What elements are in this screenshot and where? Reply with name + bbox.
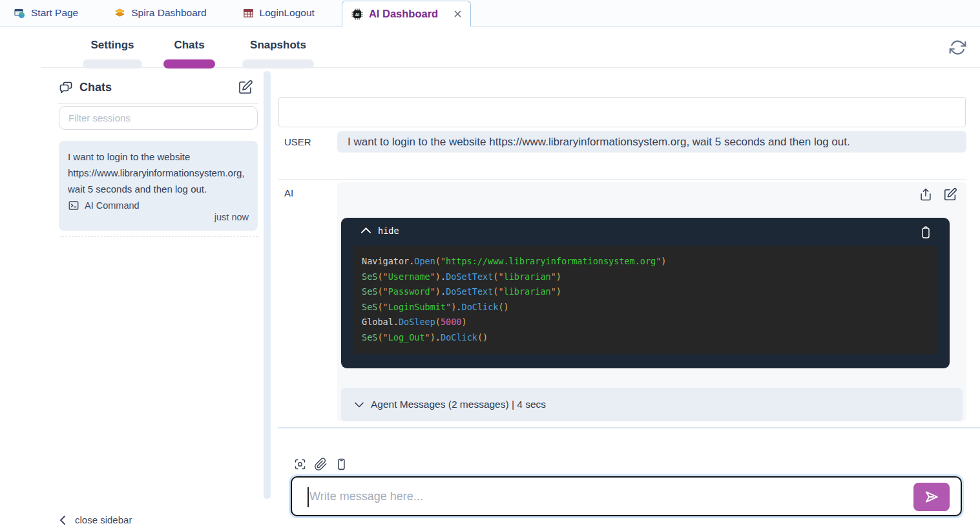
chats-sidebar: Chats I want to login to the website htt… <box>52 68 258 526</box>
ai-message-row: AI <box>278 182 966 421</box>
tab-loginlogout[interactable]: LoginLogout <box>234 0 324 26</box>
share-icon[interactable] <box>919 187 933 202</box>
code-lines: Navigator.Open("https://www.libraryinfor… <box>353 246 938 354</box>
start-page-icon <box>14 8 25 19</box>
nav-tab-label: Settings <box>90 39 134 51</box>
chevron-left-icon <box>58 515 67 525</box>
session-list-divider <box>59 237 258 237</box>
tab-label: Start Page <box>31 7 78 19</box>
tab-snapshots[interactable]: Snapshots <box>242 26 314 68</box>
edit-icon[interactable] <box>943 187 957 202</box>
session-type: AI Command <box>68 200 249 211</box>
chat-panel: USER I want to login to the website http… <box>278 68 966 430</box>
ai-message-bubble: hide Navigator.Open("https://www.library… <box>337 182 966 421</box>
close-sidebar-button[interactable]: close sidebar <box>58 514 132 525</box>
session-time: just now <box>68 212 249 222</box>
tab-indicator-active <box>163 59 215 68</box>
chat-bubbles-icon <box>58 79 74 95</box>
dashboard-nav: Settings Chats Snapshots <box>83 26 314 68</box>
tab-start-page[interactable]: Start Page <box>5 0 87 26</box>
composer-toolbar <box>293 458 348 471</box>
sidebar-header: Chats <box>58 77 253 98</box>
sidebar-divider <box>58 103 258 104</box>
message-input[interactable] <box>309 478 917 515</box>
agent-messages-label: Agent Messages (2 messages) | 4 secs <box>371 399 546 410</box>
tab-label: LoginLogout <box>260 7 315 19</box>
text-caret <box>308 487 309 507</box>
table-grid-icon <box>243 8 254 19</box>
tab-spira-dashboard[interactable]: Spira Dashboard <box>105 0 215 26</box>
terminal-icon <box>68 200 79 211</box>
composer-divider <box>278 427 980 428</box>
send-button[interactable] <box>913 483 950 511</box>
attachment-icon[interactable] <box>314 458 328 471</box>
session-preview: I want to login to the website https://w… <box>68 149 249 197</box>
tab-close-icon[interactable] <box>454 10 461 17</box>
session-badge: AI Command <box>85 200 140 211</box>
user-message-bubble: I want to login to the website https://w… <box>337 131 966 153</box>
user-message-row: USER I want to login to the website http… <box>278 131 966 153</box>
sidebar-scrollbar[interactable] <box>264 71 271 499</box>
code-collapse-toggle[interactable]: hide <box>360 226 399 236</box>
tab-ai-dashboard[interactable]: AI AI Dashboard <box>342 1 471 26</box>
ai-chip-icon: AI <box>351 8 363 20</box>
message-toolbar <box>919 187 957 202</box>
chevron-down-icon <box>354 401 364 408</box>
chat-session-item[interactable]: I want to login to the website https://w… <box>59 141 258 231</box>
chevron-up-icon <box>360 226 371 235</box>
filter-sessions-input[interactable] <box>59 106 258 130</box>
chat-header-box <box>278 97 966 127</box>
agent-messages-toggle[interactable]: Agent Messages (2 messages) | 4 secs <box>341 388 963 421</box>
sidebar-title: Chats <box>79 81 112 94</box>
tab-chats[interactable]: Chats <box>163 26 215 68</box>
tab-label: Spira Dashboard <box>131 7 206 19</box>
code-block: hide Navigator.Open("https://www.library… <box>341 218 950 368</box>
message-composer <box>291 476 962 516</box>
hide-label: hide <box>378 226 399 236</box>
close-sidebar-label: close sidebar <box>75 514 132 525</box>
screenshot-icon[interactable] <box>293 458 307 471</box>
browser-tab-bar: Start Page Spira Dashboard LoginLogout <box>0 0 980 26</box>
new-chat-icon[interactable] <box>238 79 253 95</box>
mobile-device-icon[interactable] <box>335 458 348 471</box>
user-label: USER <box>278 131 337 153</box>
tab-indicator <box>83 59 142 68</box>
ai-label: AI <box>278 182 337 421</box>
spira-layers-icon <box>114 8 125 19</box>
nav-tab-label: Chats <box>174 39 204 51</box>
nav-tab-label: Snapshots <box>250 39 306 51</box>
tab-label: AI Dashboard <box>369 8 438 20</box>
page-header: Settings Chats Snapshots <box>0 26 980 68</box>
message-divider <box>278 179 966 180</box>
refresh-icon[interactable] <box>949 38 967 56</box>
copy-icon[interactable] <box>919 225 933 240</box>
svg-text:AI: AI <box>355 12 360 16</box>
tab-indicator <box>242 59 314 68</box>
send-icon <box>923 489 941 505</box>
tab-settings[interactable]: Settings <box>83 26 142 68</box>
